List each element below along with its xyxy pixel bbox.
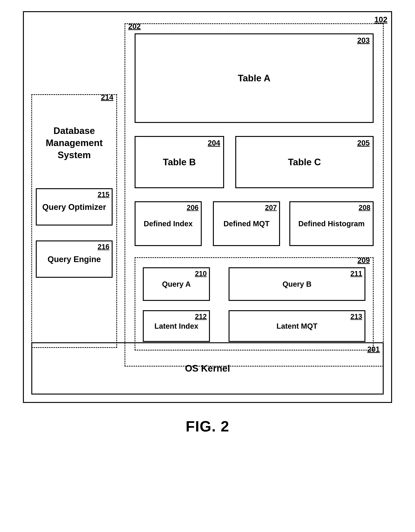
ref-215-label: 215 <box>98 191 110 199</box>
box-206: 206 Defined Index <box>135 201 202 246</box>
ref-213-label: 213 <box>350 313 362 321</box>
table-c-label: Table C <box>288 156 321 168</box>
box-204: 204 Table B <box>135 136 224 188</box>
query-b-label: Query B <box>282 279 312 289</box>
query-a-label: Query A <box>162 279 191 289</box>
ref-102: 102 <box>374 15 387 24</box>
box-212: 212 Latent Index <box>143 310 210 342</box>
ref-202-label: 202 <box>128 22 141 31</box>
box-215: 215 Query Optimizer <box>36 188 113 226</box>
box-214: 214 Database Management System 215 Query… <box>31 94 117 348</box>
latent-index-label: Latent Index <box>154 321 198 331</box>
page-container: 102 202 203 Table A 204 Table B 205 Tabl… <box>0 0 415 532</box>
ref-205-label: 205 <box>357 139 370 147</box>
table-a-label: Table A <box>238 72 270 84</box>
box-205: 205 Table C <box>235 136 374 188</box>
defined-mqt-label: Defined MQT <box>223 219 270 228</box>
box-201: 201 OS Kernel <box>31 342 384 395</box>
ref-206-label: 206 <box>187 204 199 212</box>
ref-211-label: 211 <box>350 270 362 278</box>
ref-208-label: 208 <box>359 204 370 212</box>
table-b-label: Table B <box>163 156 196 168</box>
ref-216-label: 216 <box>98 243 110 251</box>
defined-histogram-label: Defined Histogram <box>298 219 365 228</box>
box-208: 208 Defined Histogram <box>289 201 374 246</box>
figure-caption: FIG. 2 <box>186 418 229 435</box>
box-211: 211 Query B <box>229 267 365 301</box>
defined-index-label: Defined Index <box>144 219 193 228</box>
ref-207-label: 207 <box>265 204 277 212</box>
ref-210-label: 210 <box>195 270 207 278</box>
box-213: 213 Latent MQT <box>229 310 365 342</box>
ref-214-label: 214 <box>101 93 113 102</box>
latent-mqt-label: Latent MQT <box>277 321 317 331</box>
box-102: 102 202 203 Table A 204 Table B 205 Tabl… <box>23 11 392 403</box>
box-210: 210 Query A <box>143 267 210 301</box>
box-207: 207 Defined MQT <box>213 201 280 246</box>
box-203: 203 Table A <box>135 33 374 123</box>
ref-209-label: 209 <box>357 256 370 265</box>
dms-text: Database Management System <box>32 125 116 161</box>
box-209: 209 210 Query A 211 Query B 212 Latent I… <box>135 257 374 351</box>
ref-212-label: 212 <box>195 313 207 321</box>
box-216: 216 Query Engine <box>36 240 113 278</box>
ref-204-label: 204 <box>208 139 220 147</box>
query-optimizer-label: Query Optimizer <box>42 202 106 212</box>
ref-203-label: 203 <box>357 36 370 45</box>
box-202: 202 203 Table A 204 Table B 205 Table C … <box>125 23 384 367</box>
ref-201-label: 201 <box>367 345 380 353</box>
query-engine-label: Query Engine <box>47 254 101 264</box>
os-kernel-label: OS Kernel <box>185 363 230 374</box>
